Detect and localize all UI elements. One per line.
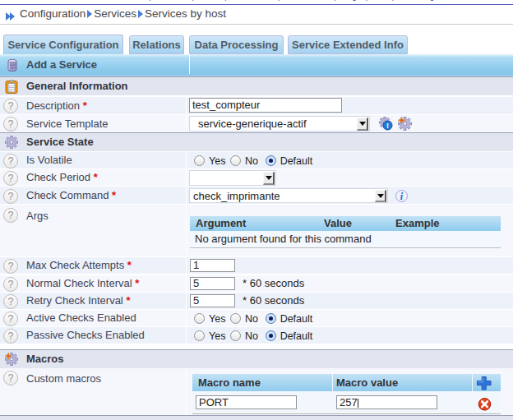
svg-text:!: ! (386, 122, 389, 130)
